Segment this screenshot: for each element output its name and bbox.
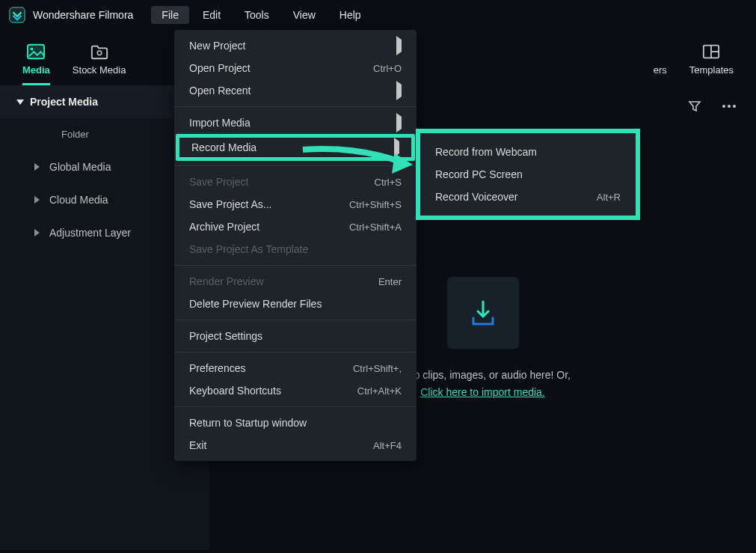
tab-label: Stock Media [73, 64, 126, 76]
menu-exit[interactable]: Exit Alt+F4 [174, 434, 417, 456]
menu-file[interactable]: File [151, 6, 189, 24]
sidebar-label: Project Media [30, 96, 98, 108]
menu-separator [174, 406, 417, 407]
titlebar: Wondershare Filmora File Edit Tools View… [0, 0, 756, 30]
tab-stock-media[interactable]: Stock Media [73, 43, 126, 85]
submenu-arrow-icon [396, 117, 402, 129]
svg-point-10 [728, 105, 731, 108]
more-icon [722, 104, 737, 109]
record-media-submenu: Record from Webcam Record PC Screen Reco… [416, 129, 640, 220]
menu-delete-render[interactable]: Delete Preview Render Files [174, 293, 417, 315]
tab-partial-ers[interactable]: ers [654, 64, 667, 85]
chevron-right-icon [34, 196, 40, 204]
submenu-record-voiceover[interactable]: Record Voiceover Alt+R [420, 186, 636, 208]
sidebar-label: Cloud Media [49, 194, 108, 206]
import-link[interactable]: Click here to import media. [420, 386, 545, 398]
menu-help[interactable]: Help [329, 6, 372, 24]
templates-icon [702, 43, 720, 60]
menu-import-media[interactable]: Import Media [174, 111, 417, 134]
more-button[interactable] [717, 94, 741, 118]
menu-archive[interactable]: Archive Project Ctrl+Shift+A [174, 216, 417, 238]
tutorial-arrow-icon [299, 142, 419, 180]
menu-shortcuts[interactable]: Keyboard Shortcuts Ctrl+Alt+K [174, 379, 417, 402]
menu-save-as[interactable]: Save Project As... Ctrl+Shift+S [174, 193, 417, 216]
menu-separator [174, 320, 417, 320]
chevron-down-icon [16, 100, 24, 105]
import-tile[interactable] [447, 277, 519, 349]
menu-new-project[interactable]: New Project [174, 34, 417, 57]
menu-view[interactable]: View [283, 6, 326, 24]
drop-text: video clips, images, or audio here! Or, … [395, 367, 571, 400]
chevron-right-icon [34, 163, 40, 171]
sidebar-label: Adjustment Layer [49, 227, 131, 239]
folder-icon [90, 43, 108, 60]
menu-save-template: Save Project As Template [174, 238, 417, 260]
menu-render-preview: Render Preview Enter [174, 270, 417, 293]
svg-rect-1 [28, 45, 44, 58]
menu-return-startup[interactable]: Return to Startup window [174, 412, 417, 434]
menubar: File Edit Tools View Help [151, 6, 371, 24]
filter-icon [688, 100, 701, 113]
filter-button[interactable] [683, 94, 707, 118]
menu-preferences[interactable]: Preferences Ctrl+Shift+, [174, 357, 417, 379]
menu-open-recent[interactable]: Open Recent [174, 79, 417, 102]
tab-media[interactable]: Media [22, 43, 50, 85]
svg-point-9 [722, 105, 725, 108]
chevron-right-icon [34, 229, 40, 236]
menu-open-project[interactable]: Open Project Ctrl+O [174, 57, 417, 79]
tab-label: ers [654, 64, 667, 76]
menu-tools[interactable]: Tools [234, 6, 280, 24]
submenu-record-screen[interactable]: Record PC Screen [420, 163, 636, 186]
menu-separator [174, 265, 417, 266]
submenu-arrow-icon [396, 85, 402, 97]
sidebar-label: Global Media [49, 161, 111, 173]
logo-icon [9, 7, 25, 23]
tab-templates[interactable]: Templates [689, 43, 734, 85]
menu-project-settings[interactable]: Project Settings [174, 325, 417, 347]
menu-separator [174, 106, 417, 107]
app-title: Wondershare Filmora [33, 9, 133, 21]
menu-edit[interactable]: Edit [192, 6, 231, 24]
menu-separator [174, 352, 417, 352]
tab-label: Templates [689, 64, 734, 76]
tab-label: Media [22, 64, 50, 76]
submenu-arrow-icon [396, 40, 402, 52]
submenu-record-webcam[interactable]: Record from Webcam [420, 141, 636, 163]
sidebar-label: Folder [61, 129, 89, 140]
svg-point-11 [733, 105, 736, 108]
file-menu-dropdown: New Project Open Project Ctrl+O Open Rec… [174, 30, 417, 461]
import-icon [466, 296, 500, 330]
svg-point-3 [97, 51, 102, 55]
drop-line1: video clips, images, or audio here! Or, [395, 369, 571, 381]
app-logo: Wondershare Filmora [9, 7, 133, 23]
media-icon [27, 43, 45, 60]
svg-point-2 [31, 47, 34, 50]
